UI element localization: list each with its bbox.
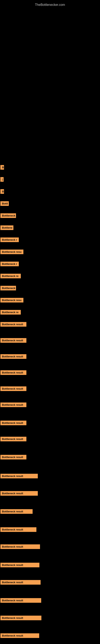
- bottleneck-result-item[interactable]: Bottleneck result: [0, 370, 26, 375]
- bottleneck-result-item[interactable]: Bottl: [0, 201, 9, 206]
- bottleneck-result-item[interactable]: Bottleneck result: [0, 338, 26, 343]
- bottleneck-result-item[interactable]: Bottleneck result: [0, 386, 26, 391]
- bottleneck-result-item[interactable]: Bottlene: [0, 226, 13, 230]
- bottleneck-result-item[interactable]: Bottleneck r: [0, 238, 19, 242]
- bottleneck-result-item[interactable]: Bottleneck resu: [0, 250, 23, 254]
- bottleneck-result-item[interactable]: Bottleneck result: [0, 420, 26, 425]
- bottleneck-result-item[interactable]: Bottleneck: [0, 286, 16, 290]
- bottleneck-result-item[interactable]: Bottleneck result: [0, 437, 26, 441]
- bottleneck-result-item[interactable]: Bottleneck result: [0, 509, 33, 514]
- bottleneck-result-item[interactable]: Bottleneck result: [0, 616, 41, 620]
- bottleneck-result-item[interactable]: Bottleneck result: [0, 402, 26, 407]
- bottleneck-result-item[interactable]: |: [0, 177, 3, 182]
- bottleneck-result-item[interactable]: Bottleneck result: [0, 544, 40, 549]
- bottleneck-result-item[interactable]: Bottleneck re: [0, 274, 21, 278]
- bottleneck-result-item[interactable]: Bottleneck result: [0, 354, 26, 359]
- bottleneck-result-item[interactable]: Bottleneck result: [0, 474, 38, 478]
- bottleneck-result-item[interactable]: Bottleneck result: [0, 455, 26, 460]
- site-title: TheBottlenecker.com: [0, 1, 100, 9]
- bottleneck-result-item[interactable]: B: [0, 189, 4, 194]
- bottleneck-result-item[interactable]: Bottleneck result: [0, 598, 41, 603]
- bottleneck-result-item[interactable]: Bottleneck re: [0, 310, 21, 314]
- bottleneck-result-item[interactable]: Bottleneck result: [0, 527, 36, 532]
- bottleneck-result-item[interactable]: Bottleneck resu: [0, 298, 23, 302]
- bottleneck-result-item[interactable]: Bottleneck result: [0, 491, 38, 496]
- bottleneck-result-item[interactable]: Bottleneck r: [0, 262, 19, 266]
- bottleneck-result-item[interactable]: Bottleneck: [0, 213, 16, 218]
- bottleneck-result-item[interactable]: Bottleneck result: [0, 580, 41, 585]
- bottleneck-result-item[interactable]: Bottleneck result: [0, 563, 39, 567]
- bottleneck-result-item[interactable]: Bottleneck result: [0, 322, 26, 327]
- bottleneck-result-item[interactable]: B: [0, 165, 4, 170]
- bottleneck-result-item[interactable]: Bottleneck result: [0, 633, 39, 638]
